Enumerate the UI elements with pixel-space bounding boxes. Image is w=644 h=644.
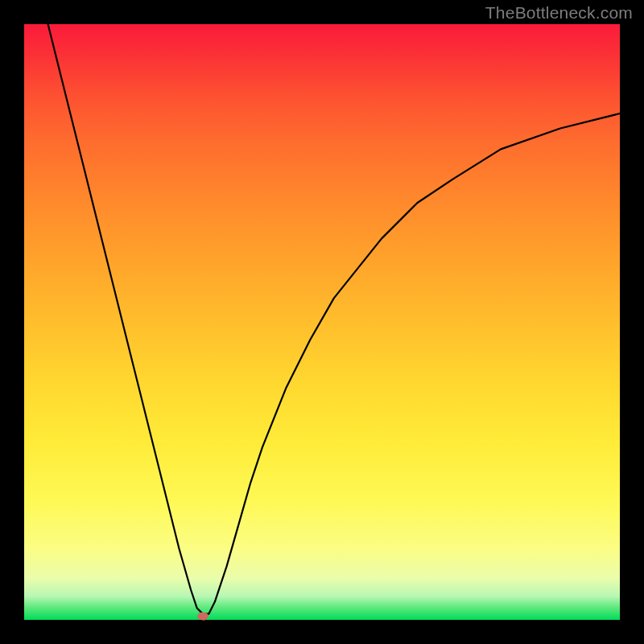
optimal-point-marker <box>197 613 208 621</box>
plot-area <box>24 24 620 620</box>
bottleneck-curve <box>48 24 620 614</box>
watermark-text: TheBottleneck.com <box>485 3 633 23</box>
chart-svg <box>24 24 620 620</box>
chart-frame: TheBottleneck.com line #fa1b3a #ffd72f #… <box>0 0 644 644</box>
